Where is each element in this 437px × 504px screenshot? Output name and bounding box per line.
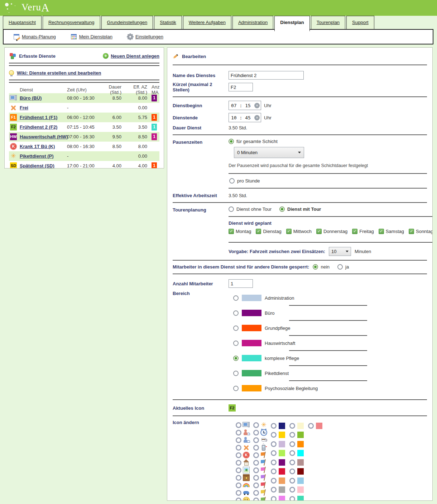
icon-option-radio[interactable] bbox=[236, 490, 241, 496]
icon-option[interactable] bbox=[236, 421, 253, 429]
color-option[interactable] bbox=[271, 485, 289, 495]
service-link[interactable]: Frei bbox=[20, 105, 67, 110]
service-link[interactable]: Büro (BÜ) bbox=[20, 95, 67, 101]
icon-option-radio[interactable] bbox=[253, 498, 259, 501]
icon-option-radio[interactable] bbox=[236, 475, 241, 481]
icon-option[interactable] bbox=[253, 436, 271, 444]
bereich-radio[interactable] bbox=[233, 356, 239, 361]
icon-option[interactable] bbox=[236, 459, 253, 466]
tab-statistik[interactable]: Statistik bbox=[154, 16, 182, 30]
sonntag-checkbox[interactable] bbox=[409, 229, 414, 234]
icon-option-radio[interactable] bbox=[253, 475, 259, 481]
dienstbeginn-input[interactable]: 07 : 15 bbox=[229, 101, 261, 110]
pause-stunde-radio[interactable] bbox=[229, 178, 235, 184]
icon-option-radio[interactable] bbox=[236, 452, 241, 458]
service-name-input[interactable] bbox=[229, 71, 304, 80]
color-option[interactable] bbox=[289, 439, 308, 449]
color-option[interactable] bbox=[308, 421, 327, 431]
bereich-radio[interactable] bbox=[233, 325, 239, 331]
color-option[interactable] bbox=[271, 476, 289, 485]
color-option-radio[interactable] bbox=[271, 441, 277, 447]
icon-option-radio[interactable] bbox=[236, 430, 241, 436]
color-option-radio[interactable] bbox=[271, 460, 277, 465]
icon-option-radio[interactable] bbox=[236, 445, 241, 451]
icon-option-radio[interactable] bbox=[253, 452, 259, 458]
color-option[interactable] bbox=[271, 431, 289, 440]
color-option-radio[interactable] bbox=[271, 432, 277, 438]
service-link[interactable]: Spätdienst (SD) bbox=[20, 163, 67, 168]
icon-option-radio[interactable] bbox=[253, 422, 259, 428]
icon-option[interactable] bbox=[236, 466, 253, 474]
bereich-item[interactable]: Administration bbox=[233, 291, 427, 305]
subnav-mein-dienstplan[interactable]: Mein Dienstplan bbox=[71, 34, 112, 39]
icon-option[interactable] bbox=[236, 489, 253, 496]
tour-mit-radio[interactable] bbox=[279, 206, 285, 212]
bereich-item[interactable]: Psychosoziale Begleitung bbox=[233, 381, 427, 395]
icon-option-radio[interactable] bbox=[253, 467, 259, 473]
icon-option[interactable] bbox=[253, 451, 271, 459]
icon-option[interactable] bbox=[236, 451, 253, 459]
tab-administration[interactable]: Administration bbox=[232, 16, 273, 30]
pause-minutes-select[interactable]: 0 Minuten bbox=[234, 147, 304, 158]
tab-tourenplan[interactable]: Tourenplan bbox=[311, 16, 345, 30]
dienstende-input[interactable]: 10 : 45 bbox=[229, 113, 261, 122]
icon-option-radio[interactable] bbox=[253, 490, 259, 496]
tab-rechnungsverwaltung[interactable]: Rechnungsverwaltung bbox=[43, 16, 100, 30]
donnerstag-checkbox[interactable] bbox=[316, 229, 322, 234]
tab-support[interactable]: Support bbox=[346, 16, 374, 30]
icon-option[interactable] bbox=[253, 474, 271, 481]
tab-grundeinstellungen[interactable]: Grundeinstellungen bbox=[101, 16, 153, 30]
color-option-radio[interactable] bbox=[289, 496, 295, 501]
mittwoch-checkbox[interactable] bbox=[286, 229, 292, 234]
color-option-radio[interactable] bbox=[289, 450, 295, 456]
color-option-radio[interactable] bbox=[271, 487, 277, 493]
service-link[interactable]: Frühdienst 2 (F2) bbox=[20, 124, 67, 130]
anzahl-input[interactable] bbox=[229, 279, 253, 288]
color-option-radio[interactable] bbox=[289, 423, 295, 429]
color-option[interactable] bbox=[271, 494, 289, 501]
color-option[interactable] bbox=[289, 458, 308, 467]
icon-option[interactable] bbox=[253, 481, 271, 489]
bereich-radio[interactable] bbox=[233, 341, 239, 346]
color-option[interactable] bbox=[289, 494, 308, 501]
clear-time-icon[interactable] bbox=[254, 115, 260, 120]
icon-option-radio[interactable] bbox=[236, 467, 241, 473]
tab-hauptansicht[interactable]: Hauptansicht bbox=[3, 16, 42, 30]
color-option[interactable] bbox=[271, 467, 289, 476]
bereich-radio[interactable] bbox=[233, 386, 239, 391]
subnav-monats-planung[interactable]: Monats-Planung bbox=[14, 34, 56, 39]
icon-option[interactable] bbox=[253, 496, 271, 501]
gesperrt-ja-radio[interactable] bbox=[337, 264, 343, 270]
bereich-item[interactable]: Büro bbox=[233, 306, 427, 320]
color-option[interactable] bbox=[271, 439, 289, 449]
icon-option[interactable] bbox=[253, 429, 271, 436]
wiki-link[interactable]: Wiki: Dienste erstellen und bearbeiten bbox=[17, 70, 101, 76]
color-option-radio[interactable] bbox=[271, 450, 277, 456]
icon-option-radio[interactable] bbox=[253, 445, 259, 451]
icon-option[interactable] bbox=[236, 474, 253, 481]
color-option[interactable] bbox=[289, 476, 308, 485]
color-option-radio[interactable] bbox=[271, 496, 277, 501]
color-option-radio[interactable] bbox=[289, 441, 295, 447]
icon-option-radio[interactable] bbox=[236, 422, 241, 428]
color-option-radio[interactable] bbox=[289, 460, 295, 465]
color-option-radio[interactable] bbox=[289, 478, 295, 484]
new-service-link[interactable]: Neuen Dienst anlegen bbox=[111, 53, 159, 59]
tab-dienstplan[interactable]: Dienstplan bbox=[274, 16, 309, 31]
color-option-radio[interactable] bbox=[289, 487, 295, 493]
fahrzeit-select[interactable]: 10 bbox=[329, 247, 351, 256]
bereich-radio[interactable] bbox=[233, 371, 239, 376]
color-option[interactable] bbox=[289, 467, 308, 476]
icon-option-radio[interactable] bbox=[236, 437, 241, 443]
pause-schicht-radio[interactable] bbox=[229, 139, 234, 144]
kuerzel-input[interactable] bbox=[229, 83, 253, 91]
bereich-item[interactable]: Grundpflege bbox=[233, 321, 427, 335]
bereich-item[interactable]: Pikettdienst bbox=[233, 366, 427, 380]
color-option[interactable] bbox=[289, 421, 308, 431]
color-option[interactable] bbox=[289, 485, 308, 495]
icon-option[interactable] bbox=[236, 444, 253, 451]
color-option[interactable] bbox=[271, 449, 289, 458]
tab-weitere-aufgaben[interactable]: Weitere Aufgaben bbox=[183, 16, 231, 30]
icon-option[interactable] bbox=[236, 481, 253, 489]
icon-option-radio[interactable] bbox=[236, 460, 241, 466]
